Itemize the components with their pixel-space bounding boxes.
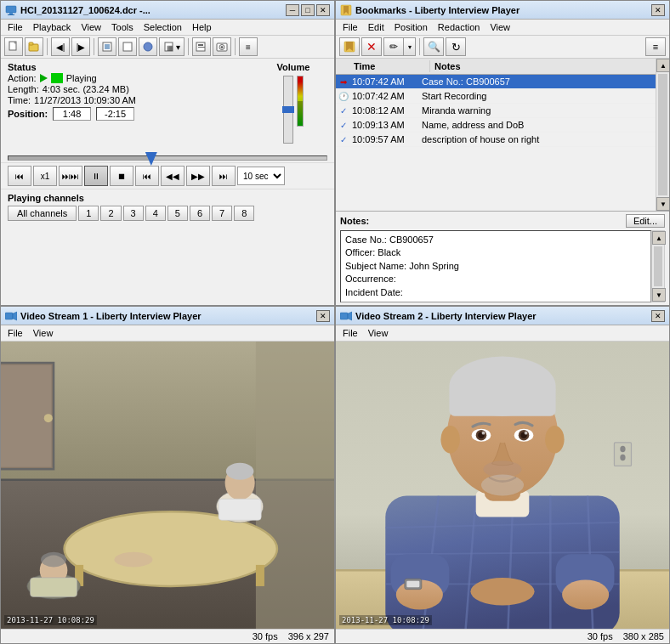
- bm-menu-edit[interactable]: Edit: [363, 20, 389, 34]
- notes-scroll-thumb[interactable]: [654, 246, 662, 286]
- close-button[interactable]: ✕: [316, 4, 330, 16]
- notes-scroll-down[interactable]: ▼: [652, 288, 666, 302]
- toolbar-record[interactable]: [192, 37, 211, 56]
- menu-help[interactable]: Help: [187, 20, 217, 34]
- video2-close-button[interactable]: ✕: [651, 310, 665, 322]
- row-note-1: Start Recording: [417, 89, 656, 103]
- svg-point-44: [114, 552, 152, 568]
- bm-sep1: [419, 38, 420, 55]
- bm-pen-dropdown[interactable]: ▾: [404, 37, 416, 56]
- channel-4-button[interactable]: 4: [145, 206, 166, 221]
- bm-refresh-button[interactable]: ↻: [446, 37, 466, 56]
- channel-7-button[interactable]: 7: [212, 206, 232, 221]
- video2-menu-file[interactable]: File: [338, 326, 363, 340]
- toolbar-sep1: [47, 38, 48, 55]
- toolbar-btn3[interactable]: [98, 37, 116, 56]
- notes-section: Notes: Edit... Case No.: CB900657 Office…: [336, 211, 669, 305]
- svg-rect-6: [29, 42, 33, 45]
- bm-menu-position[interactable]: Position: [389, 20, 433, 34]
- channel-buttons: All channels 1 2 3 4 5 6 7 8: [8, 206, 327, 221]
- video1-menu-file[interactable]: File: [3, 326, 28, 340]
- svg-point-18: [221, 46, 224, 48]
- bm-search-button[interactable]: 🔍: [423, 37, 444, 56]
- table-header: Time Notes: [336, 59, 656, 75]
- action-row: Action: Playing: [8, 73, 259, 83]
- toolbar-btn4[interactable]: [118, 37, 137, 56]
- bookmarks-title: Bookmarks - Liberty Interview Player: [355, 5, 520, 15]
- pause-button[interactable]: ⏸: [84, 166, 108, 186]
- svg-point-78: [481, 474, 524, 495]
- video1-cam-icon: [5, 311, 17, 321]
- table-row[interactable]: ➡ 10:07:42 AM Case No.: CB900657: [336, 75, 656, 89]
- toolbar-step-fwd[interactable]: |▶: [71, 37, 90, 56]
- scroll-up-arrow[interactable]: ▲: [656, 59, 669, 72]
- channel-5-button[interactable]: 5: [168, 206, 188, 221]
- bm-menu-button[interactable]: ≡: [645, 37, 666, 56]
- notes-text: Case No.: CB900657 Officer: Black Subjec…: [340, 230, 651, 302]
- bm-save-button[interactable]: [339, 37, 360, 56]
- table-row[interactable]: ✓ 10:08:12 AM Miranda warning: [336, 104, 656, 118]
- channel-8-button[interactable]: 8: [234, 206, 254, 221]
- rewind-to-start-button[interactable]: ⏮: [8, 166, 31, 186]
- minimize-button[interactable]: ─: [286, 4, 299, 16]
- bm-menu-view[interactable]: View: [485, 20, 515, 34]
- table-row[interactable]: 🕐 10:07:42 AM Start Recording: [336, 89, 656, 104]
- menu-view[interactable]: View: [76, 20, 106, 34]
- notes-label: Notes:: [340, 216, 369, 226]
- toolbar-new[interactable]: [4, 37, 23, 56]
- scroll-thumb[interactable]: [658, 74, 667, 195]
- notes-scroll-up[interactable]: ▲: [652, 231, 666, 245]
- table-row[interactable]: ✓ 10:09:13 AM Name, address and DoB: [336, 118, 656, 133]
- bm-pen-button[interactable]: ✏: [383, 37, 404, 56]
- toolbar-dropdown[interactable]: ▦▾: [159, 37, 185, 56]
- menu-tools[interactable]: Tools: [106, 20, 139, 34]
- volume-slider[interactable]: [283, 76, 293, 144]
- video1-menu-view[interactable]: View: [28, 326, 59, 340]
- scroll-down-arrow[interactable]: ▼: [656, 197, 669, 211]
- bookmarks-window-controls: ✕: [651, 4, 665, 16]
- menu-selection[interactable]: Selection: [139, 20, 187, 34]
- position-current-input[interactable]: [53, 107, 91, 121]
- bm-delete-button[interactable]: ✕: [361, 37, 382, 56]
- bm-menu-file[interactable]: File: [338, 20, 363, 34]
- interval-select[interactable]: 10 sec 5 sec 30 sec 1 min: [237, 167, 285, 185]
- toolbar-btn5[interactable]: [139, 37, 157, 56]
- video2-menu-view[interactable]: View: [363, 326, 394, 340]
- video2-title: Video Stream 2 - Liberty Interview Playe…: [355, 311, 537, 321]
- channel-3-button[interactable]: 3: [123, 206, 144, 221]
- menu-file[interactable]: File: [3, 20, 28, 34]
- svg-rect-15: [198, 47, 205, 48]
- edit-button[interactable]: Edit...: [626, 214, 665, 228]
- toolbar-snapshot[interactable]: [213, 37, 231, 56]
- step-fwd-button[interactable]: ▶▶: [186, 166, 210, 186]
- fast-forward-button[interactable]: ⏭⏭: [59, 166, 82, 186]
- next-frame-button[interactable]: ⏭: [212, 166, 236, 186]
- channel-2-button[interactable]: 2: [100, 206, 121, 221]
- volume-thumb[interactable]: [282, 106, 294, 113]
- table-scrollbar[interactable]: ▲ ▼: [656, 59, 669, 211]
- status-area: Status Action: Playing Length: 4:03 sec.…: [1, 59, 334, 147]
- toolbar-settings[interactable]: ≡: [239, 37, 258, 56]
- svg-rect-24: [5, 313, 13, 319]
- menu-playback[interactable]: Playback: [28, 20, 77, 34]
- stop-button[interactable]: ⏹: [110, 166, 133, 186]
- step-back-button[interactable]: ◀◀: [161, 166, 185, 186]
- prev-frame-button[interactable]: ⏮: [135, 166, 159, 186]
- channel-6-button[interactable]: 6: [190, 206, 210, 221]
- maximize-button[interactable]: □: [301, 4, 315, 16]
- row-icon-0: ➡: [336, 75, 349, 88]
- bm-menu-redaction[interactable]: Redaction: [433, 20, 485, 34]
- toolbar-open[interactable]: [25, 37, 43, 56]
- video1-close-button[interactable]: ✕: [316, 310, 330, 322]
- toolbar-step-back[interactable]: ◀|: [51, 37, 70, 56]
- channel-1-button[interactable]: 1: [78, 206, 99, 221]
- table-row[interactable]: ✓ 10:09:57 AM description of house on ri…: [336, 133, 656, 147]
- seek-bar[interactable]: [8, 155, 327, 161]
- notes-scrollbar[interactable]: ▲ ▼: [651, 230, 665, 302]
- speed-button[interactable]: x1: [33, 166, 57, 186]
- channel-all-button[interactable]: All channels: [8, 206, 77, 221]
- volume-level-meter: [297, 76, 304, 127]
- position-remaining-input[interactable]: [96, 107, 134, 121]
- bookmarks-close-button[interactable]: ✕: [651, 4, 665, 16]
- svg-point-82: [562, 579, 609, 609]
